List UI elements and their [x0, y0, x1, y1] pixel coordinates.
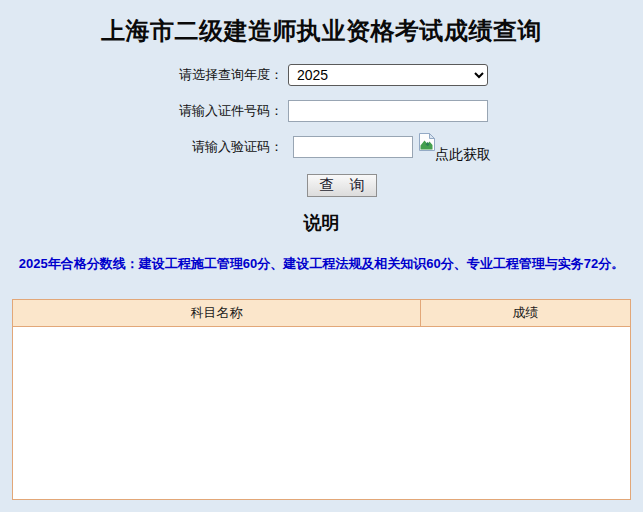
score-query-form: 请选择查询年度： 2025 请输入证件号码： 请输入验证码： 点此获取 查 询	[0, 64, 643, 197]
query-button[interactable]: 查 询	[307, 174, 377, 197]
captcha-row: 请输入验证码： 点此获取	[0, 136, 643, 158]
captcha-refresh[interactable]: 点此获取	[417, 136, 491, 164]
button-row: 查 询	[0, 174, 643, 197]
notes-heading: 说明	[0, 211, 643, 235]
score-table-empty-row	[13, 327, 631, 500]
score-table-wrap: 科目名称 成绩	[12, 299, 631, 500]
score-table-header-row: 科目名称 成绩	[13, 300, 631, 327]
subject-name-header: 科目名称	[13, 300, 421, 327]
captcha-label: 请输入验证码：	[0, 138, 283, 156]
id-number-row: 请输入证件号码：	[0, 100, 643, 122]
id-number-label: 请输入证件号码：	[0, 102, 283, 120]
broken-image-icon[interactable]	[417, 132, 437, 156]
year-select[interactable]: 2025	[288, 64, 488, 86]
captcha-refresh-link[interactable]: 点此获取	[435, 146, 491, 164]
score-header: 成绩	[420, 300, 630, 327]
id-number-input[interactable]	[288, 100, 488, 122]
year-row: 请选择查询年度： 2025	[0, 64, 643, 86]
score-table: 科目名称 成绩	[12, 299, 631, 500]
year-label: 请选择查询年度：	[0, 66, 283, 84]
score-table-empty-body	[13, 327, 631, 500]
passing-score-notice: 2025年合格分数线：建设工程施工管理60分、建设工程法规及相关知识60分、专业…	[0, 255, 643, 273]
page-title: 上海市二级建造师执业资格考试成绩查询	[0, 0, 643, 47]
captcha-input[interactable]	[293, 136, 413, 158]
